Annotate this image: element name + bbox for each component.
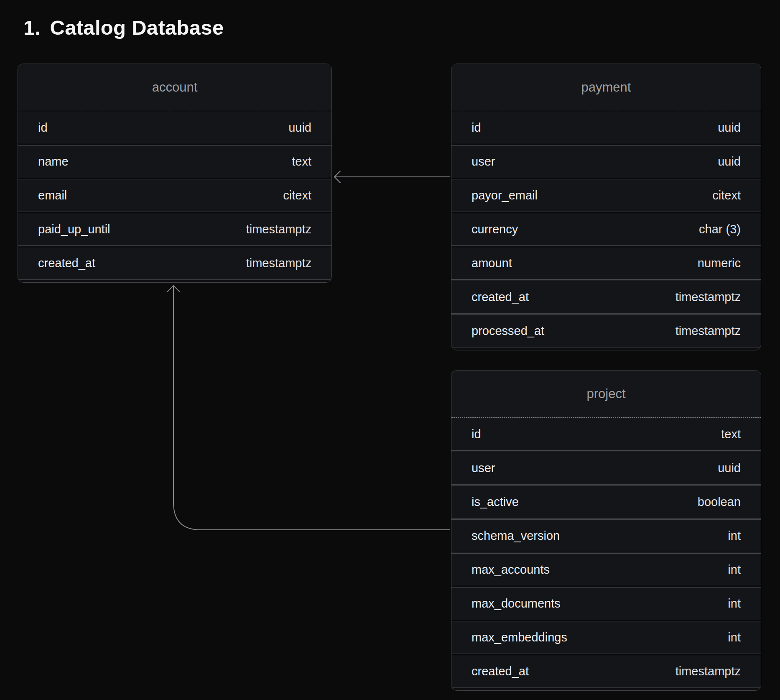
table-row: iduuid (18, 111, 331, 144)
field-name: created_at (472, 664, 529, 678)
field-type: int (728, 631, 741, 644)
field-name: name (38, 155, 69, 169)
field-type: uuid (718, 155, 741, 169)
relationship-arrow-project-to-account (168, 286, 450, 530)
field-name: email (38, 189, 67, 202)
field-name: max_embeddings (472, 631, 567, 644)
table-project-rows: idtextuseruuidis_activebooleanschema_ver… (451, 418, 761, 690)
field-name: payor_email (472, 189, 538, 202)
field-name: max_accounts (472, 563, 550, 577)
page-title-text: Catalog Database (50, 16, 224, 39)
table-row: schema_versionint (451, 519, 761, 552)
field-name: created_at (38, 256, 95, 270)
field-name: paid_up_until (38, 222, 110, 236)
field-name: amount (472, 256, 512, 270)
diagram-canvas: 1. Catalog Database account iduuidnamete… (0, 0, 780, 700)
field-type: uuid (288, 121, 311, 135)
table-row: useruuid (451, 145, 761, 178)
field-type: timestamptz (246, 222, 311, 236)
field-type: citext (283, 189, 311, 202)
page-title: 1. Catalog Database (23, 16, 224, 39)
table-row: emailcitext (18, 179, 331, 212)
field-name: id (472, 427, 481, 441)
table-row: max_documentsint (451, 587, 761, 620)
field-type: text (721, 427, 741, 441)
table-row: paid_up_untiltimestamptz (18, 213, 331, 246)
table-row: is_activeboolean (451, 485, 761, 519)
table-payment-rows: iduuiduseruuidpayor_emailcitextcurrencyc… (451, 111, 761, 350)
field-type: numeric (698, 256, 741, 270)
field-type: timestamptz (675, 290, 741, 304)
table-row: payor_emailcitext (451, 179, 761, 212)
table-row: max_accountsint (451, 553, 761, 586)
table-payment-header: payment (451, 64, 761, 111)
relationship-arrow-payment-to-account (334, 171, 450, 183)
field-type: timestamptz (675, 324, 741, 338)
field-type: text (292, 155, 311, 169)
field-name: processed_at (472, 324, 544, 338)
field-name: is_active (472, 495, 519, 509)
table-account[interactable]: account iduuidnametextemailcitextpaid_up… (18, 64, 332, 283)
table-row: max_embeddingsint (451, 621, 761, 654)
table-project-header: project (451, 370, 761, 418)
table-project[interactable]: project idtextuseruuidis_activebooleansc… (451, 370, 761, 691)
table-row: currencychar (3) (451, 213, 761, 246)
table-row: created_attimestamptz (451, 281, 761, 314)
table-row: iduuid (451, 111, 761, 144)
field-name: created_at (472, 290, 529, 304)
page-title-number: 1. (23, 16, 41, 39)
field-name: id (472, 121, 481, 135)
table-row: created_attimestamptz (18, 247, 331, 280)
table-account-header: account (18, 64, 331, 111)
field-name: user (472, 155, 495, 169)
table-row: idtext (451, 418, 761, 451)
field-name: schema_version (472, 529, 560, 543)
field-type: uuid (718, 121, 741, 135)
table-account-rows: iduuidnametextemailcitextpaid_up_untilti… (18, 111, 331, 282)
field-type: int (728, 529, 741, 543)
field-type: timestamptz (675, 664, 741, 678)
field-type: timestamptz (246, 256, 311, 270)
field-type: char (3) (699, 222, 741, 236)
field-name: user (472, 461, 495, 475)
field-name: max_documents (472, 597, 561, 611)
field-type: citext (712, 189, 741, 202)
field-name: currency (472, 222, 518, 236)
table-row: amountnumeric (451, 247, 761, 280)
field-type: uuid (718, 461, 741, 475)
field-type: boolean (698, 495, 741, 509)
field-type: int (728, 597, 741, 611)
table-row: useruuid (451, 452, 761, 485)
field-type: int (728, 563, 741, 577)
table-row: created_attimestamptz (451, 655, 761, 688)
field-name: id (38, 121, 48, 135)
table-row: nametext (18, 145, 331, 178)
table-row: processed_attimestamptz (451, 314, 761, 347)
table-payment[interactable]: payment iduuiduseruuidpayor_emailcitextc… (451, 64, 761, 350)
